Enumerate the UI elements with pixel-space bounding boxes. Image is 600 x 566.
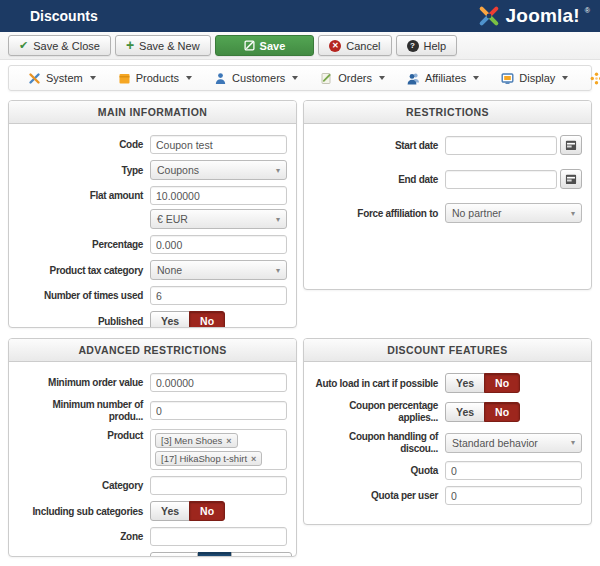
panel-row-2: ADVANCED RESTRICTIONS Minimum order valu… bbox=[8, 338, 592, 557]
joomla-logo-text: Joomla! bbox=[506, 5, 580, 27]
joomla-logo-reg: ® bbox=[585, 7, 590, 14]
panel-title: MAIN INFORMATION bbox=[9, 101, 296, 124]
quota-per-user-input[interactable] bbox=[445, 486, 582, 505]
cancel-button[interactable]: ✕ Cancel bbox=[318, 35, 391, 56]
auto-load-no-button[interactable]: No bbox=[484, 373, 520, 393]
percentage-input[interactable] bbox=[150, 235, 287, 254]
code-input[interactable] bbox=[150, 135, 287, 154]
type-select-value: Coupons bbox=[157, 164, 199, 176]
toolbar: ✔ Save & Close + Save & New Save ✕ Cance… bbox=[0, 32, 600, 60]
coupon-percentage-no-button[interactable]: No bbox=[484, 402, 520, 422]
min-order-value-label: Minimum order value bbox=[18, 377, 150, 389]
content-area: MAIN INFORMATION Code Type Coupons ▾ bbox=[0, 91, 600, 557]
help-icon: ? bbox=[407, 40, 419, 52]
menu-item-display[interactable]: Display bbox=[490, 66, 579, 90]
menu-item-products[interactable]: Products bbox=[107, 66, 203, 90]
chevron-down-icon bbox=[292, 76, 298, 80]
save-close-label: Save & Close bbox=[33, 40, 100, 52]
product-tag-box[interactable]: [3] Men Shoes × [17] HikaShop t-shirt × bbox=[150, 429, 287, 470]
coupon-handling-select[interactable]: Standard behavior ▾ bbox=[445, 433, 582, 453]
category-input[interactable] bbox=[150, 476, 287, 495]
save-close-button[interactable]: ✔ Save & Close bbox=[8, 35, 111, 56]
help-button[interactable]: ? Help bbox=[396, 35, 458, 56]
chevron-down-icon bbox=[90, 76, 96, 80]
menu-item-label: Display bbox=[519, 72, 555, 84]
menu-item-system[interactable]: System bbox=[17, 66, 107, 90]
times-used-input[interactable] bbox=[150, 286, 287, 305]
quota-per-user-label: Quota per user bbox=[313, 490, 445, 502]
calendar-icon bbox=[565, 139, 577, 151]
quota-input[interactable] bbox=[445, 461, 582, 480]
published-no-button[interactable]: No bbox=[189, 311, 225, 328]
save-button[interactable]: Save bbox=[215, 35, 315, 56]
product-tag[interactable]: [3] Men Shoes × bbox=[155, 433, 238, 448]
menu-item-customers[interactable]: Customers bbox=[203, 66, 309, 90]
auto-load-yes-button[interactable]: Yes bbox=[445, 373, 485, 393]
menu-item-affiliates[interactable]: Affiliates bbox=[396, 66, 490, 90]
plus-icon: + bbox=[126, 38, 134, 52]
start-date-label: Start date bbox=[313, 140, 445, 152]
select-caret-icon: ▾ bbox=[276, 166, 280, 175]
panel-discount-features: DISCOUNT FEATURES Auto load in cart if p… bbox=[303, 338, 592, 525]
min-products-input[interactable] bbox=[150, 401, 287, 420]
published-toggle: Yes No bbox=[150, 311, 225, 328]
remove-tag-icon[interactable]: × bbox=[226, 436, 231, 446]
panel-restrictions: RESTRICTIONS Start date bbox=[303, 100, 592, 290]
select-caret-icon: ▾ bbox=[276, 215, 280, 224]
sub-categories-yes-button[interactable]: Yes bbox=[150, 501, 190, 521]
calendar-icon bbox=[565, 173, 577, 185]
save-new-label: Save & New bbox=[139, 40, 200, 52]
access-level-group: None all Custom bbox=[150, 552, 292, 557]
type-label: Type bbox=[18, 165, 150, 177]
access-custom-button[interactable]: Custom bbox=[231, 552, 292, 557]
menu-item-label: Orders bbox=[338, 72, 372, 84]
product-tag[interactable]: [17] HikaShop t-shirt × bbox=[155, 451, 262, 466]
orders-icon bbox=[320, 72, 333, 85]
product-label: Product bbox=[18, 430, 150, 442]
coupon-percentage-yes-button[interactable]: Yes bbox=[445, 402, 485, 422]
start-date-calendar-button[interactable] bbox=[560, 135, 582, 155]
published-yes-button[interactable]: Yes bbox=[150, 311, 190, 328]
save-icon bbox=[244, 40, 255, 51]
force-affiliation-select[interactable]: No partner ▾ bbox=[445, 203, 582, 223]
published-label: Published bbox=[18, 316, 150, 328]
min-order-value-input[interactable] bbox=[150, 373, 287, 392]
top-bar: Discounts Joomla! ® bbox=[0, 0, 600, 32]
currency-select[interactable]: € EUR ▾ bbox=[150, 209, 287, 229]
access-all-button[interactable]: all bbox=[198, 552, 232, 557]
panel-main-information: MAIN INFORMATION Code Type Coupons ▾ bbox=[8, 100, 297, 328]
type-select[interactable]: Coupons ▾ bbox=[150, 160, 287, 180]
page-title: Discounts bbox=[30, 8, 98, 24]
save-new-button[interactable]: + Save & New bbox=[115, 35, 211, 56]
save-label: Save bbox=[260, 40, 286, 52]
select-caret-icon: ▾ bbox=[571, 438, 575, 447]
menu-item-label: Affiliates bbox=[425, 72, 466, 84]
access-none-button[interactable]: None bbox=[150, 552, 198, 557]
min-products-label: Minimum number of produ... bbox=[18, 399, 150, 423]
currency-select-value: € EUR bbox=[157, 213, 188, 225]
select-caret-icon: ▾ bbox=[571, 209, 575, 218]
times-used-label: Number of times used bbox=[18, 290, 150, 302]
auto-load-toggle: Yes No bbox=[445, 373, 520, 393]
menu-item-orders[interactable]: Orders bbox=[309, 66, 396, 90]
remove-tag-icon[interactable]: × bbox=[251, 454, 256, 464]
display-icon bbox=[501, 72, 514, 85]
chevron-down-icon bbox=[186, 76, 192, 80]
zone-input[interactable] bbox=[150, 527, 287, 546]
coupon-percentage-toggle: Yes No bbox=[445, 402, 520, 422]
percentage-label: Percentage bbox=[18, 239, 150, 251]
end-date-calendar-button[interactable] bbox=[560, 169, 582, 189]
start-date-input[interactable] bbox=[445, 136, 557, 155]
flat-amount-input[interactable] bbox=[150, 186, 287, 205]
panel-title: ADVANCED RESTRICTIONS bbox=[9, 339, 296, 362]
force-affiliation-label: Force affiliation to bbox=[313, 208, 445, 220]
help-label: Help bbox=[424, 40, 447, 52]
product-tax-category-select[interactable]: None ▾ bbox=[150, 260, 287, 280]
sub-categories-no-button[interactable]: No bbox=[189, 501, 225, 521]
coupon-handling-value: Standard behavior bbox=[452, 437, 538, 449]
end-date-input[interactable] bbox=[445, 170, 557, 189]
menu-item-label: System bbox=[46, 72, 83, 84]
menu-item-documentation[interactable]: Documentation bbox=[579, 66, 600, 90]
product-tax-category-value: None bbox=[157, 264, 182, 276]
auto-load-label: Auto load in cart if possible bbox=[313, 378, 445, 390]
